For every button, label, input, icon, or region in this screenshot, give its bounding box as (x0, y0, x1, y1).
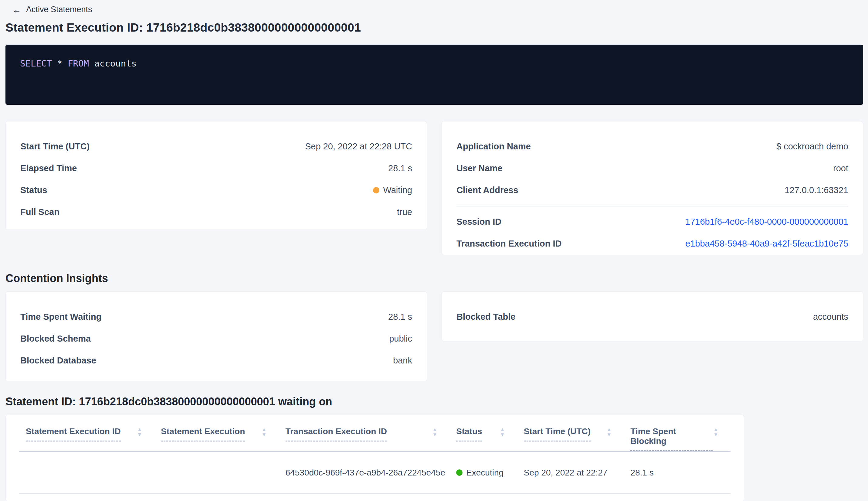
full-scan-value: true (397, 207, 412, 217)
waiting-status-dot-icon (373, 187, 379, 193)
column-header-status[interactable]: Status ▲▼ (449, 415, 517, 451)
user-name-label: User Name (456, 163, 502, 173)
column-header-time-spent-blocking[interactable]: Time Spent Blocking ▲▼ (624, 415, 730, 451)
sql-keyword: SELECT (20, 58, 52, 68)
session-id-link[interactable]: 1716b1f6-4e0c-f480-0000-000000000001 (685, 217, 848, 227)
full-scan-row: Full Scan true (20, 206, 412, 218)
client-address-row: Client Address 127.0.0.1:63321 (456, 184, 848, 196)
sql-statement-box: SELECT * FROM accounts (6, 45, 863, 105)
contention-insights-heading: Contention Insights (6, 272, 868, 285)
sort-icon: ▲▼ (137, 427, 142, 437)
contention-grid: Time Spent Waiting 28.1 s Blocked Schema… (6, 291, 863, 381)
application-name-label: Application Name (456, 141, 531, 151)
sort-icon: ▲▼ (432, 427, 437, 437)
application-name-row: Application Name $ cockroach demo (456, 140, 848, 152)
blocked-database-value: bank (393, 355, 412, 365)
blocked-table-card: Blocked Table accounts (442, 291, 863, 341)
cell-status: Executing (449, 451, 517, 494)
start-time-row: Start Time (UTC) Sep 20, 2022 at 22:28 U… (20, 140, 412, 152)
table-row: 64530d0c-969f-437e-a9b4-26a72245e45e Exe… (19, 451, 730, 494)
overview-card: Start Time (UTC) Sep 20, 2022 at 22:28 U… (6, 121, 427, 230)
sort-icon: ▲▼ (262, 427, 267, 437)
contention-waiting-card: Time Spent Waiting 28.1 s Blocked Schema… (6, 291, 427, 381)
cell-time-spent-blocking: 28.1 s (624, 451, 730, 494)
session-id-row: Session ID 1716b1f6-4e0c-f480-0000-00000… (456, 216, 848, 228)
page-title: Statement Execution ID: 1716b218dc0b3838… (6, 21, 868, 34)
client-address-value: 127.0.0.1:63321 (784, 185, 848, 195)
time-spent-waiting-label: Time Spent Waiting (20, 312, 101, 322)
back-link-label: Active Statements (26, 5, 92, 14)
executing-status-dot-icon (456, 469, 463, 476)
column-label: Statement Execution ID (26, 427, 121, 441)
status-label: Status (20, 185, 47, 195)
sql-keyword: FROM (68, 58, 89, 68)
back-link[interactable]: ← Active Statements (12, 5, 868, 14)
blocked-schema-label: Blocked Schema (20, 334, 91, 344)
sort-icon: ▲▼ (500, 427, 505, 437)
column-header-start-time[interactable]: Start Time (UTC) ▲▼ (517, 415, 624, 451)
cell-start-time: Sep 20, 2022 at 22:27 (517, 451, 624, 494)
back-arrow-icon: ← (12, 5, 21, 14)
cell-statement-execution-id (19, 451, 154, 494)
status-row: Status Waiting (20, 184, 412, 196)
column-label: Statement Execution (161, 427, 245, 441)
application-name-value: $ cockroach demo (776, 141, 848, 151)
session-id-label: Session ID (456, 217, 501, 227)
status-value: Waiting (373, 185, 412, 195)
blocked-table-label: Blocked Table (456, 312, 516, 322)
session-card-divider (456, 206, 848, 206)
blocked-table-value: accounts (813, 312, 848, 322)
time-spent-waiting-value: 28.1 s (388, 312, 412, 322)
column-label: Time Spent Blocking (630, 427, 713, 451)
time-spent-waiting-row: Time Spent Waiting 28.1 s (20, 311, 412, 323)
table-header-row: Statement Execution ID ▲▼ Statement Exec… (19, 415, 730, 451)
status-text: Waiting (383, 185, 412, 195)
transaction-execution-id-link[interactable]: e1bba458-5948-40a9-a42f-5feac1b10e75 (685, 239, 848, 249)
column-header-transaction-execution-id[interactable]: Transaction Execution ID ▲▼ (279, 415, 450, 451)
cell-statement-execution (154, 451, 279, 494)
blocked-schema-value: public (389, 334, 412, 344)
elapsed-time-row: Elapsed Time 28.1 s (20, 162, 412, 174)
sql-text: accounts (89, 58, 137, 68)
client-address-label: Client Address (456, 185, 518, 195)
sql-text: * (52, 58, 68, 68)
blocked-database-label: Blocked Database (20, 355, 96, 365)
start-time-label: Start Time (UTC) (20, 141, 89, 151)
start-time-value: Sep 20, 2022 at 22:28 UTC (305, 141, 412, 151)
column-label: Start Time (UTC) (524, 427, 590, 441)
waiting-on-table-card: Statement Execution ID ▲▼ Statement Exec… (6, 415, 744, 501)
column-label: Transaction Execution ID (285, 427, 387, 441)
column-header-statement-execution[interactable]: Statement Execution ▲▼ (154, 415, 279, 451)
elapsed-time-label: Elapsed Time (20, 163, 77, 173)
elapsed-time-value: 28.1 s (388, 163, 412, 173)
transaction-execution-id-label: Transaction Execution ID (456, 239, 562, 249)
sort-icon: ▲▼ (713, 427, 718, 437)
transaction-execution-id-row: Transaction Execution ID e1bba458-5948-4… (456, 237, 848, 249)
blocked-database-row: Blocked Database bank (20, 354, 412, 366)
blocked-table-row: Blocked Table accounts (456, 311, 848, 323)
blocked-schema-row: Blocked Schema public (20, 332, 412, 345)
waiting-on-table: Statement Execution ID ▲▼ Statement Exec… (19, 415, 730, 494)
user-name-value: root (833, 163, 848, 173)
sort-icon: ▲▼ (607, 427, 612, 437)
user-name-row: User Name root (456, 162, 848, 174)
full-scan-label: Full Scan (20, 207, 59, 217)
cell-status-text: Executing (466, 468, 503, 477)
column-label: Status (456, 427, 482, 441)
cell-transaction-execution-id: 64530d0c-969f-437e-a9b4-26a72245e45e (279, 451, 450, 494)
session-card: Application Name $ cockroach demo User N… (442, 121, 863, 255)
column-header-statement-execution-id[interactable]: Statement Execution ID ▲▼ (19, 415, 154, 451)
waiting-on-heading: Statement ID: 1716b218dc0b38380000000000… (6, 395, 868, 408)
overview-grid: Start Time (UTC) Sep 20, 2022 at 22:28 U… (6, 121, 863, 255)
